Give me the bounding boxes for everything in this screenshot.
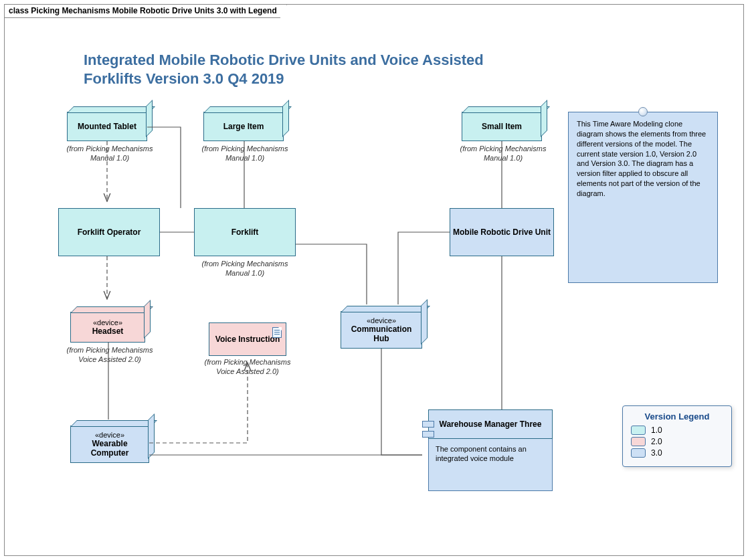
node-label: Voice Instruction [215, 335, 280, 344]
legend-row: 3.0 [631, 448, 723, 458]
legend-label: 3.0 [651, 448, 662, 458]
node-label: Forklift [231, 227, 259, 237]
legend-row: 1.0 [631, 426, 723, 435]
node-caption: (from Picking Mechanisms Voice Assisted … [66, 346, 154, 365]
node-label: Small Item [482, 122, 522, 131]
component-port-icon [422, 431, 434, 438]
node-caption: (from Picking Mechanisms Manual 1.0) [66, 145, 154, 163]
node-label: Headset [92, 326, 124, 336]
legend-label: 2.0 [651, 437, 662, 446]
node-label: Large Item [223, 122, 264, 131]
node-forklift-operator[interactable]: Forklift Operator [58, 208, 160, 256]
node-label: Wearable Computer [74, 439, 146, 458]
document-icon [272, 327, 282, 338]
node-wearable-computer[interactable]: «device» Wearable Computer [70, 426, 149, 463]
stereotype: «device» [93, 318, 122, 326]
node-mobile-robotic-drive-unit[interactable]: Mobile Robotic Drive Unit [450, 208, 554, 256]
node-caption: (from Picking Mechanisms Manual 1.0) [459, 145, 547, 163]
node-headset[interactable]: «device» Headset [70, 312, 145, 343]
note-text: This Time Aware Modeling clone diagram s… [577, 120, 706, 197]
stereotype: «device» [367, 316, 396, 324]
node-description: The component contains an integrated voi… [428, 439, 553, 491]
node-caption: (from Picking Mechanisms Manual 1.0) [201, 260, 289, 278]
node-label: Communication Hub [344, 324, 419, 343]
note-time-aware: This Time Aware Modeling clone diagram s… [568, 112, 718, 283]
node-large-item[interactable]: Large Item [203, 112, 284, 141]
node-label: Mounted Tablet [78, 122, 136, 131]
diagram-title: Integrated Mobile Robotic Drive Units an… [84, 51, 498, 88]
node-label: Mobile Robotic Drive Unit [453, 227, 551, 237]
node-warehouse-manager-three[interactable]: Warehouse Manager Three [428, 409, 553, 439]
diagram-tab: class Picking Mechanisms Mobile Robotic … [5, 5, 287, 18]
node-label: Warehouse Manager Three [440, 419, 542, 429]
version-legend: Version Legend 1.0 2.0 3.0 [622, 405, 732, 467]
component-port-icon [422, 421, 434, 428]
node-caption: (from Picking Mechanisms Voice Assisted … [203, 358, 292, 377]
legend-swatch [631, 437, 646, 446]
node-small-item[interactable]: Small Item [462, 112, 542, 141]
legend-label: 1.0 [651, 426, 662, 435]
node-caption: (from Picking Mechanisms Manual 1.0) [201, 145, 289, 163]
node-mounted-tablet[interactable]: Mounted Tablet [67, 112, 147, 141]
node-voice-instruction[interactable]: Voice Instruction [209, 322, 286, 356]
node-communication-hub[interactable]: «device» Communication Hub [341, 311, 422, 349]
pin-icon [638, 107, 648, 116]
stereotype: «device» [95, 431, 124, 439]
node-forklift[interactable]: Forklift [194, 208, 296, 256]
legend-swatch [631, 426, 646, 435]
legend-title: Version Legend [631, 411, 723, 422]
legend-row: 2.0 [631, 437, 723, 446]
node-label: Forklift Operator [78, 227, 141, 237]
legend-swatch [631, 448, 646, 458]
